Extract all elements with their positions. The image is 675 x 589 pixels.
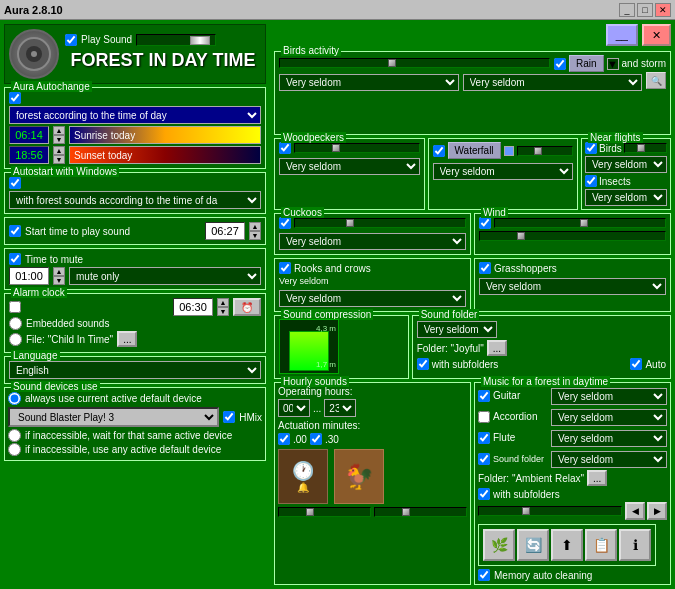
minimize-tab-button[interactable]: __ — [606, 24, 638, 46]
waterfall-select[interactable]: Very seldom — [433, 163, 574, 180]
rain-dropdown[interactable]: ▼ — [607, 58, 619, 70]
file-sounds-radio[interactable] — [9, 333, 22, 346]
minimize-button[interactable]: _ — [619, 3, 635, 17]
hmix-row: Sound Blaster Play! 3 HMix — [8, 407, 262, 427]
device-select[interactable]: Sound Blaster Play! 3 — [8, 407, 219, 427]
wind-slider-2[interactable] — [479, 231, 666, 241]
birds-activity-select[interactable]: Very seldom — [279, 74, 459, 91]
rooks-checkbox[interactable] — [279, 262, 291, 274]
rain-tab[interactable]: Rain — [569, 55, 604, 72]
close-tab-button[interactable]: ✕ — [642, 24, 671, 46]
sunset-spin[interactable]: ▲ ▼ — [53, 146, 65, 164]
hours-from-select[interactable]: 00 — [278, 399, 310, 417]
birds-near-checkbox[interactable] — [585, 142, 597, 154]
music-btn-1[interactable]: ◀ — [625, 502, 645, 520]
grasshoppers-section: Grasshoppers Very seldom — [474, 258, 671, 312]
rooster-slider[interactable] — [374, 507, 467, 517]
waterfall-tab[interactable]: Waterfall — [448, 142, 501, 159]
rain-select[interactable]: Very seldom — [463, 74, 643, 91]
min2-checkbox[interactable] — [310, 433, 322, 445]
sound-folder-top-select[interactable]: Very seldom — [417, 321, 497, 338]
mute-spin[interactable]: ▲ ▼ — [53, 267, 65, 285]
hours-to-select[interactable]: 23 — [324, 399, 356, 417]
inaccessible-any-radio[interactable] — [8, 443, 21, 456]
woodpeckers-slider[interactable] — [294, 143, 420, 153]
min1-checkbox[interactable] — [278, 433, 290, 445]
autostart-select[interactable]: with forest sounds according to the time… — [9, 191, 261, 209]
waterfall-slider[interactable] — [517, 146, 573, 156]
wind-checkbox[interactable] — [479, 217, 491, 229]
hmix-checkbox[interactable] — [223, 411, 235, 423]
woodpeckers-select[interactable]: Very seldom — [279, 158, 420, 175]
music-sound-folder-checkbox[interactable] — [478, 453, 490, 465]
volume-slider[interactable] — [136, 34, 216, 46]
cuckoos-checkbox[interactable] — [279, 217, 291, 229]
rain-checkbox[interactable] — [554, 58, 566, 70]
sunrise-spin[interactable]: ▲ ▼ — [53, 126, 65, 144]
music-subfolders-label: with subfolders — [493, 489, 560, 500]
time-mute-checkbox[interactable] — [9, 253, 21, 265]
play-sound-row: Play Sound — [65, 34, 261, 46]
music-subfolders-checkbox[interactable] — [478, 488, 490, 500]
sunrise-down[interactable]: ▼ — [53, 135, 65, 144]
insects-select[interactable]: Very seldom — [585, 189, 667, 206]
flute-select[interactable]: Very seldom — [551, 430, 667, 447]
language-select[interactable]: English — [9, 361, 261, 379]
aura-select[interactable]: forest according to the time of day — [9, 106, 261, 124]
sunset-up[interactable]: ▲ — [53, 146, 65, 155]
guitar-checkbox[interactable] — [478, 390, 490, 402]
always-use-radio[interactable] — [8, 392, 21, 405]
icon-btn-4[interactable]: 📋 — [585, 529, 617, 561]
inaccessible-any-row: if inaccessible, use any active default … — [8, 443, 262, 456]
woodpeckers-checkbox[interactable] — [279, 142, 291, 154]
start-time-spin[interactable]: ▲ ▼ — [249, 222, 261, 240]
icon-btn-1[interactable]: 🌿 — [483, 529, 515, 561]
music-vol-slider[interactable] — [478, 506, 622, 516]
alarm-icon-btn[interactable]: ⏰ — [233, 298, 261, 316]
sunset-down[interactable]: ▼ — [53, 155, 65, 164]
birds-activity-slider[interactable] — [279, 58, 550, 68]
icon-btn-5[interactable]: ℹ — [619, 529, 651, 561]
play-sound-checkbox[interactable] — [65, 34, 77, 46]
guitar-select[interactable]: Very seldom — [551, 388, 667, 405]
waterfall-checkbox[interactable] — [433, 145, 445, 157]
cuckoos-select[interactable]: Very seldom — [279, 233, 466, 250]
inaccessible-wait-radio[interactable] — [8, 429, 21, 442]
guitar-row: Guitar Very seldom — [478, 386, 667, 405]
rain-search-btn[interactable]: 🔍 — [646, 72, 666, 89]
icon-btn-2[interactable]: 🔄 — [517, 529, 549, 561]
accordion-checkbox[interactable] — [478, 411, 490, 423]
rooks-select[interactable]: Very seldom — [279, 290, 466, 307]
mute-option-select[interactable]: mute only — [69, 267, 261, 285]
auto-checkbox[interactable] — [630, 358, 642, 370]
start-time-checkbox[interactable] — [9, 225, 21, 237]
clock-slider[interactable] — [278, 507, 371, 517]
flute-checkbox[interactable] — [478, 432, 490, 444]
close-button[interactable]: ✕ — [655, 3, 671, 17]
alarm-checkbox[interactable] — [9, 301, 21, 313]
maximize-button[interactable]: □ — [637, 3, 653, 17]
grasshoppers-select[interactable]: Very seldom — [479, 278, 666, 295]
accordion-select[interactable]: Very seldom — [551, 409, 667, 426]
autostart-checkbox[interactable] — [9, 177, 21, 189]
birds-near-slider[interactable] — [624, 143, 667, 153]
folder-dots-button[interactable]: ... — [487, 340, 507, 356]
music-subfolders-row: with subfolders — [478, 488, 667, 500]
wind-slider[interactable] — [494, 218, 666, 228]
cuckoos-slider[interactable] — [294, 218, 466, 228]
sunrise-up[interactable]: ▲ — [53, 126, 65, 135]
grasshoppers-checkbox[interactable] — [479, 262, 491, 274]
music-btn-2[interactable]: ▶ — [647, 502, 667, 520]
music-folder-dots[interactable]: ... — [587, 470, 607, 486]
aura-autochange-checkbox[interactable] — [9, 92, 21, 104]
alarm-spin[interactable]: ▲ ▼ — [217, 298, 229, 316]
comp-label-bot: 1,7 m — [316, 360, 336, 369]
music-sound-folder-select[interactable]: Very seldom — [551, 451, 667, 468]
file-dots-button[interactable]: ... — [117, 331, 137, 347]
embedded-sounds-radio[interactable] — [9, 317, 22, 330]
memory-checkbox[interactable] — [478, 569, 490, 581]
icon-btn-3[interactable]: ⬆ — [551, 529, 583, 561]
birds-near-select[interactable]: Very seldom — [585, 156, 667, 173]
subfolders-checkbox[interactable] — [417, 358, 429, 370]
insects-checkbox[interactable] — [585, 175, 597, 187]
